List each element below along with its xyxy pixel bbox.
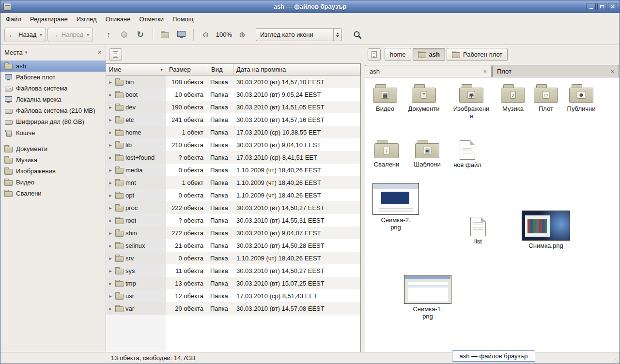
- file-row[interactable]: ▸ media 0 обекта Папка 1.10.2009 (чт) 18…: [106, 164, 360, 176]
- icon-view-item[interactable]: ☻ Публични: [562, 83, 601, 112]
- icon-view-item[interactable]: ▱ Плот: [527, 83, 565, 112]
- file-row[interactable]: ▸ opt 0 обекта Папка 1.10.2009 (чт) 18,4…: [106, 189, 360, 201]
- pathbar-button[interactable]: Работен плот: [447, 48, 508, 61]
- zoom-in-button[interactable]: ⊕: [235, 28, 249, 42]
- home-button[interactable]: [158, 28, 172, 42]
- expander-icon[interactable]: ▸: [108, 79, 113, 85]
- places-item[interactable]: Локална мрежа: [0, 94, 106, 105]
- expander-icon[interactable]: ▸: [108, 155, 113, 160]
- menu-item[interactable]: Отметки: [135, 15, 168, 24]
- file-row[interactable]: ▸ lost+found ? обекта Папка 17.03.2010 (…: [106, 151, 360, 164]
- back-history-dropdown-icon[interactable]: ▾: [40, 32, 42, 37]
- pane-splitter[interactable]: [361, 45, 365, 352]
- file-row[interactable]: ▸ etc 241 обекта Папка 30.03.2010 (вт) 1…: [106, 113, 360, 126]
- column-header-size[interactable]: Размер: [166, 64, 208, 76]
- expander-icon[interactable]: ▸: [108, 180, 113, 185]
- icon-view-item[interactable]: ▦ Видео: [366, 83, 404, 112]
- places-item[interactable]: Свалени: [0, 188, 106, 199]
- expander-icon[interactable]: ▸: [108, 281, 113, 286]
- file-row[interactable]: ▸ usr 12 обекта Папка 17.03.2010 (ср) 8,…: [106, 289, 360, 302]
- column-header-modified[interactable]: Дата на промяна: [233, 64, 360, 76]
- places-item[interactable]: Файлова система (210 MB): [0, 105, 106, 116]
- places-item[interactable]: Шифриран дял (80 GB): [0, 116, 106, 127]
- column-header-name[interactable]: Име ▾: [106, 64, 166, 76]
- pathbar-button[interactable]: ash: [413, 48, 445, 61]
- close-button[interactable]: ×: [608, 3, 617, 10]
- file-row[interactable]: ▸ boot 10 обекта Папка 30.03.2010 (вт) 9…: [106, 88, 360, 101]
- forward-history-dropdown-icon[interactable]: ▾: [87, 32, 89, 37]
- file-row[interactable]: ▸ home 1 обект Папка 17.03.2010 (ср) 10,…: [106, 126, 360, 138]
- places-item[interactable]: Кошче: [0, 127, 106, 138]
- back-button[interactable]: ← Назад ▾: [4, 28, 46, 42]
- expander-icon[interactable]: ▸: [108, 193, 113, 198]
- file-row[interactable]: ▸ root ? обекта Папка 30.03.2010 (вт) 14…: [106, 214, 360, 227]
- file-row[interactable]: ▸ dev 190 обекта Папка 30.03.2010 (вт) 1…: [106, 101, 360, 113]
- stop-button[interactable]: [117, 28, 132, 42]
- expander-icon[interactable]: ▸: [108, 130, 113, 135]
- reload-button[interactable]: ↻: [133, 28, 148, 42]
- file-row[interactable]: ▸ mnt 1 обект Папка 1.10.2009 (чт) 18,40…: [106, 176, 360, 189]
- file-row[interactable]: ▸ var 20 обекта Папка 30.03.2010 (вт) 14…: [106, 302, 360, 315]
- resize-grip[interactable]: [612, 356, 619, 363]
- icon-view-item[interactable]: list: [459, 217, 497, 245]
- places-item[interactable]: Документи: [0, 143, 106, 154]
- expander-icon[interactable]: ▸: [108, 243, 113, 248]
- tab-close-icon[interactable]: ×: [483, 68, 487, 75]
- icon-view-item[interactable]: ◉ Изображения: [452, 83, 491, 120]
- up-button[interactable]: ↑: [101, 28, 116, 42]
- view-mode-select[interactable]: Изглед като икони: [256, 28, 342, 41]
- icon-view-item[interactable]: ↓ Свалени: [367, 139, 406, 168]
- computer-button[interactable]: [174, 28, 188, 42]
- places-item[interactable]: Изображения: [0, 166, 106, 177]
- expander-icon[interactable]: ▸: [108, 256, 113, 261]
- expander-icon[interactable]: ▸: [108, 167, 113, 173]
- places-item[interactable]: Работен плот: [0, 72, 106, 83]
- maximize-button[interactable]: [597, 3, 606, 10]
- expander-icon[interactable]: ▸: [108, 105, 113, 110]
- places-item[interactable]: Музика: [0, 154, 106, 166]
- expander-icon[interactable]: ▸: [108, 218, 113, 223]
- tab[interactable]: Плот ×: [492, 65, 619, 77]
- location-toggle-button[interactable]: [109, 48, 122, 61]
- zoom-out-button[interactable]: ⊖: [199, 28, 213, 42]
- titlebar[interactable]: ash — файлов браузър ×: [0, 0, 620, 13]
- file-row[interactable]: ▸ selinux 21 обекта Папка 30.03.2010 (вт…: [106, 239, 360, 252]
- pathbar-button[interactable]: home: [385, 48, 411, 61]
- expander-icon[interactable]: ▸: [108, 92, 113, 97]
- menu-item[interactable]: Отиване: [101, 15, 135, 24]
- places-item[interactable]: Видео: [0, 177, 106, 188]
- file-row[interactable]: ▸ tmp 13 обекта Папка 30.03.2010 (вт) 15…: [106, 277, 360, 289]
- expander-icon[interactable]: ▸: [108, 117, 113, 122]
- file-row[interactable]: ▸ bin 108 обекта Папка 30.03.2010 (вт) 1…: [106, 76, 360, 88]
- icon-view-item[interactable]: нов файл: [448, 140, 487, 168]
- file-row[interactable]: ▸ sbin 272 обекта Папка 30.03.2010 (вт) …: [106, 227, 360, 239]
- places-header[interactable]: Места ▾ ×: [0, 45, 106, 60]
- expander-icon[interactable]: ▸: [108, 293, 113, 299]
- menu-item[interactable]: Файл: [1, 15, 26, 24]
- menu-item[interactable]: Изглед: [72, 15, 101, 24]
- tab-close-icon[interactable]: ×: [610, 68, 614, 75]
- menu-item[interactable]: Помощ: [168, 15, 198, 24]
- places-item[interactable]: Файлова система: [0, 83, 106, 94]
- menu-item[interactable]: Редактиране: [26, 15, 72, 24]
- places-item[interactable]: ash: [0, 61, 106, 72]
- icon-view-item[interactable]: Снимка-1.png: [403, 275, 452, 320]
- expander-icon[interactable]: ▸: [108, 268, 113, 273]
- location-toggle-button[interactable]: [368, 48, 381, 61]
- search-button[interactable]: [350, 28, 365, 42]
- column-header-type[interactable]: Вид: [208, 64, 233, 76]
- icon-view-item[interactable]: ≡ Документи: [404, 83, 443, 112]
- icon-view-item[interactable]: Снимка-2.png: [372, 183, 420, 231]
- tab[interactable]: ash ×: [365, 65, 492, 77]
- expander-icon[interactable]: ▸: [108, 306, 113, 311]
- file-row[interactable]: ▸ proc 222 обекта Папка 30.03.2010 (вт) …: [106, 201, 360, 214]
- expander-icon[interactable]: ▸: [108, 230, 113, 236]
- file-row[interactable]: ▸ srv 0 обекта Папка 1.10.2009 (чт) 18,4…: [106, 252, 360, 264]
- icon-view-item[interactable]: Снимка.png: [519, 211, 573, 249]
- expander-icon[interactable]: ▸: [108, 142, 113, 148]
- expander-icon[interactable]: ▸: [108, 205, 113, 211]
- file-row[interactable]: ▸ lib 210 обекта Папка 30.03.2010 (вт) 9…: [106, 138, 360, 151]
- file-row[interactable]: ▸ sys 11 обекта Папка 30.03.2010 (вт) 14…: [106, 264, 360, 277]
- icon-view-item[interactable]: ▣ Шаблони: [408, 139, 447, 168]
- app-icon[interactable]: [3, 3, 11, 11]
